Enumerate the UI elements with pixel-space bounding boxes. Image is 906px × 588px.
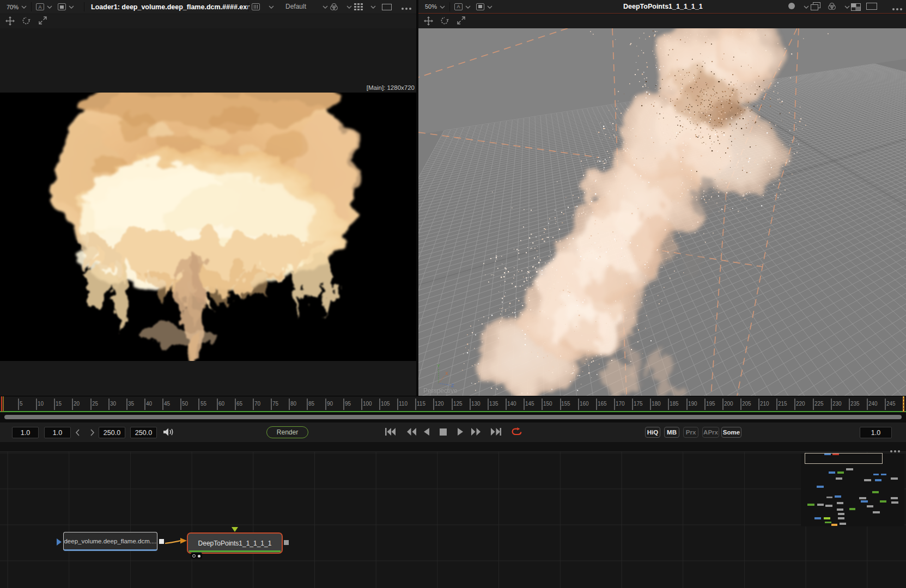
- svg-text:Y: Y: [437, 363, 440, 369]
- svg-text:X: X: [445, 371, 448, 376]
